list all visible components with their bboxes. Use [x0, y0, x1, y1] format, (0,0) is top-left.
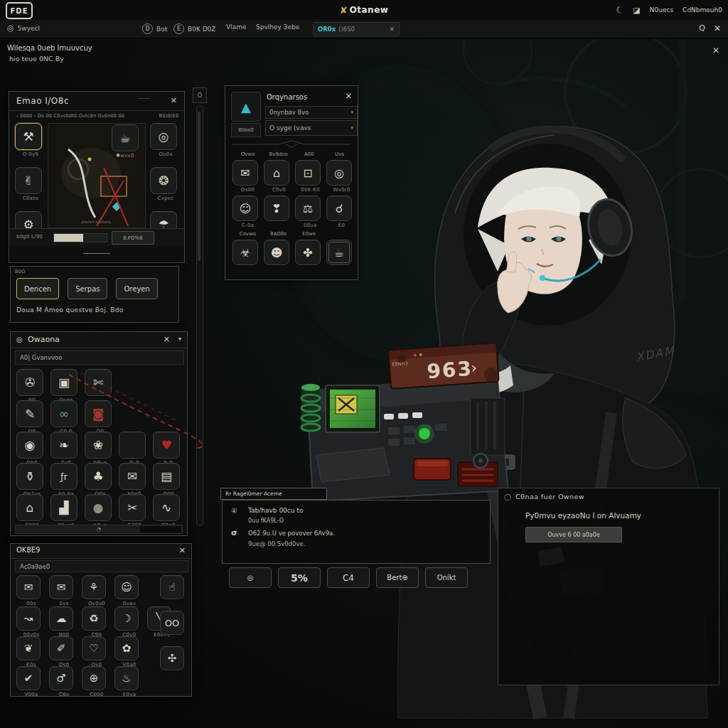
search-icon[interactable]: Q	[699, 23, 705, 33]
person-icon[interactable]: ☺	[114, 575, 139, 599]
envelope-check-icon[interactable]: ✉	[119, 463, 146, 490]
plant-hand-icon[interactable]: ☝	[160, 575, 184, 599]
owaona-scrollbar[interactable]: ◔	[15, 525, 183, 534]
move-icon[interactable]: ✣	[160, 646, 184, 670]
gloves-icon[interactable]: ✌	[15, 167, 42, 194]
onikt-button[interactable]: Oníkt	[425, 567, 468, 588]
owaona-caret-icon[interactable]: ▾	[178, 336, 181, 342]
wreath-icon[interactable]: ❀	[85, 432, 112, 459]
organizer-close-icon[interactable]: ✕	[346, 92, 352, 101]
moon-icon[interactable]: ☽	[114, 606, 139, 631]
collapse-handle[interactable]: O	[193, 87, 207, 103]
vertical-scrollbar-thumb[interactable]	[198, 112, 200, 261]
chain-icon[interactable]: ∞	[50, 400, 77, 427]
bug-icon[interactable]: ☣	[232, 240, 258, 265]
loop-icon[interactable]: ☌	[326, 196, 352, 221]
target-icon[interactable]: ◎	[326, 160, 352, 186]
oo-icon[interactable]: OO	[160, 611, 184, 635]
butterfly-icon[interactable]: ✿	[114, 636, 139, 660]
teapot-icon[interactable]: ☕	[326, 240, 352, 265]
lock-box-icon[interactable]: ▣	[50, 369, 77, 396]
red-lock-icon[interactable]: ◙	[85, 400, 112, 427]
thermometer-icon[interactable]: ✐	[49, 636, 73, 660]
command-button[interactable]: Ouvve 6 00 a0a0e	[525, 527, 622, 542]
scrollbar-thumb[interactable]	[140, 526, 181, 532]
tools-mini-toolbar-right[interactable]: B0)0(E0	[159, 113, 178, 119]
home-person-icon[interactable]: ⌂	[16, 494, 43, 521]
vertical-scrollbar[interactable]	[196, 105, 203, 526]
dencen-button[interactable]: Dencen	[16, 278, 59, 299]
report-header-tab[interactable]: Rr Ragel0mer Aceme	[220, 488, 327, 500]
heart-icon[interactable]: ♥	[153, 432, 180, 459]
toolbar-close-icon[interactable]: ✕	[714, 23, 721, 33]
swirl-icon[interactable]: ❂	[150, 167, 177, 194]
toolbar-item-vlame[interactable]: Vlame	[226, 23, 246, 31]
globe-icon[interactable]: ⊕	[82, 666, 106, 690]
check-icon[interactable]: ✔	[16, 666, 41, 690]
mail-icon[interactable]: ✉	[232, 160, 258, 186]
shoe-icon[interactable]: ❧	[50, 432, 77, 459]
tools-mini-toolbar[interactable]: ‹ 0000 › Do 00 C0veb0t0 Ovtc0n Ov0n00 00	[16, 113, 124, 119]
bert-button[interactable]: Bert⊕	[376, 567, 419, 588]
teapot-icon[interactable]: ☕	[112, 124, 139, 151]
scissors-icon[interactable]: ✂	[119, 494, 146, 521]
tool-glove-icon[interactable]: ⚒	[15, 123, 42, 150]
camera-icon[interactable]: ✇	[16, 369, 43, 396]
bars-icon[interactable]: ▟	[50, 494, 77, 521]
smiley-icon[interactable]: ☺	[232, 196, 258, 221]
heart-pen-icon[interactable]: ❣	[264, 196, 289, 221]
owaona-filter-input[interactable]: A0| Gvanvvoo	[15, 350, 184, 365]
oreyen-button[interactable]: Oreyen	[116, 278, 157, 299]
disc-icon[interactable]: ◎	[150, 123, 177, 150]
search-clear-icon[interactable]: ✕	[389, 26, 395, 33]
bird-icon[interactable]: ❦	[16, 636, 41, 660]
footer-button[interactable]: 0.FO%6	[112, 231, 154, 245]
library-close-icon[interactable]: ✕	[179, 546, 186, 555]
c4-button[interactable]: C4	[327, 567, 370, 588]
pencil-icon[interactable]: ✎	[16, 400, 43, 427]
recycle-icon[interactable]: ♻	[82, 606, 106, 631]
target-button[interactable]: ◎	[229, 567, 272, 588]
organizer-dropdown-1[interactable]: 0nynbav 8vo ▾	[265, 106, 358, 119]
disc2-icon[interactable]: ◉	[16, 432, 43, 459]
library-filter-input[interactable]: Ac0a9ae0	[15, 560, 188, 572]
ring-icon[interactable]: ♂	[49, 666, 73, 690]
search-box[interactable]: OR0x ()6S0 ✕	[313, 22, 400, 36]
toolbar-item-bokdoz[interactable]: E B0K D0Z	[173, 23, 216, 34]
wave-chart-icon[interactable]: ∿	[153, 494, 180, 521]
inspect-icon[interactable]: ⊡	[295, 160, 321, 186]
resize-handle[interactable]	[83, 253, 110, 254]
topbar-item[interactable]: N0uecs	[650, 6, 673, 14]
project-menu[interactable]: ◎ 5wyecl	[7, 23, 40, 33]
home-edit-icon[interactable]: ⌂	[264, 160, 289, 186]
weight-icon[interactable]: ⚖	[295, 196, 321, 221]
hamster-icon[interactable]: ☻	[264, 240, 289, 265]
owaona-close-icon[interactable]: ✕	[164, 335, 170, 344]
wire-icon[interactable]: ↝	[16, 606, 41, 631]
tree-icon[interactable]: ⚘	[82, 575, 106, 599]
cells-icon[interactable]: ♣	[85, 463, 112, 490]
organizer-side-label[interactable]: B0os0	[231, 123, 261, 137]
stone-icon[interactable]: ●	[85, 494, 112, 521]
flame-icon[interactable]: ♨	[114, 666, 139, 690]
toolbar-item-bot[interactable]: D Bot	[142, 23, 167, 34]
topbar-item[interactable]: CdNbmeuh0	[682, 6, 722, 14]
notice-close-icon[interactable]: ✕	[712, 46, 719, 55]
pinwheel-icon[interactable]: ✤	[295, 240, 321, 265]
mail-icon[interactable]: ✉	[16, 575, 41, 599]
organizer-dropdown-2[interactable]: O syge (vavs ▾	[265, 120, 358, 136]
knife-icon[interactable]: ✄	[85, 369, 112, 396]
serpas-button[interactable]: Serpas	[68, 278, 107, 299]
padlock-icon[interactable]: ⚱	[16, 463, 43, 490]
footer-progress-track[interactable]	[53, 233, 107, 242]
mode-icon[interactable]: ◪	[633, 6, 640, 15]
empty-slot[interactable]	[119, 432, 146, 459]
heart-ring-icon[interactable]: ♡	[82, 636, 106, 660]
fr-glyph-icon[interactable]: ƒr	[50, 463, 77, 490]
photo-lock-icon[interactable]: ▤	[153, 463, 180, 490]
cloud-icon[interactable]: ☁	[49, 606, 73, 631]
mail2-icon[interactable]: ✉	[49, 575, 73, 599]
percent-button[interactable]: 5%	[278, 567, 321, 588]
toolbar-item-spvlhey[interactable]: Spvlhey 3ebe	[256, 23, 299, 31]
tools-panel-close-icon[interactable]: ✕	[171, 96, 177, 105]
